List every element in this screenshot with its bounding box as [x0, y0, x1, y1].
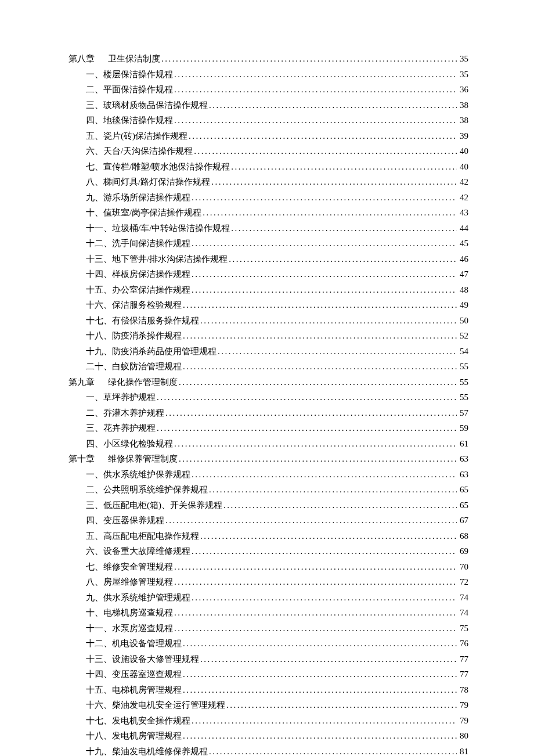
leader-dots [208, 482, 457, 498]
page-number: 81 [457, 744, 468, 757]
leader-dots [208, 98, 457, 113]
toc-sub-entry: 十六、柴油发电机安全运行管理规程79 [68, 697, 468, 713]
page-number: 55 [457, 359, 468, 375]
leader-dots [173, 113, 457, 128]
toc-sub-entry: 六、设备重大故障维修规程69 [68, 543, 468, 559]
toc-sub-entry: 四、变压器保养规程67 [68, 513, 468, 528]
page-number: 74 [457, 590, 468, 606]
toc-entry-text: 十七、有偿保洁服务操作规程 [86, 313, 199, 329]
toc-sub-entry: 十一、水泵房巡查规程75 [68, 621, 468, 636]
toc-entry-text: 十九、柴油发电机维修保养规程 [86, 744, 208, 757]
page-number: 44 [457, 221, 468, 236]
toc-entry-text: 十三、设施设备大修管理规程 [86, 651, 199, 667]
leader-dots [190, 713, 457, 729]
toc-sub-entry: 三、花卉养护规程59 [68, 420, 468, 436]
toc-sub-entry: 五、高压配电柜配电操作规程68 [68, 528, 468, 544]
page-number: 45 [457, 236, 468, 251]
toc-sub-entry: 一、草坪养护规程55 [68, 390, 468, 405]
toc-sub-entry: 三、玻璃材质物品保洁操作规程38 [68, 98, 468, 113]
toc-sub-entry: 十八、防疫消杀操作规程52 [68, 328, 468, 344]
toc-sub-entry: 八、梯间灯具/路灯保洁操作规程42 [68, 174, 468, 190]
toc-sub-entry: 二、乔灌木养护规程57 [68, 405, 468, 421]
toc-sub-entry: 十九、防疫消杀药品使用管理规程54 [68, 344, 468, 359]
toc-sub-entry: 七、宣传栏/雕塑/喷水池保洁操作规程40 [68, 159, 468, 175]
toc-entry-text: 一、草坪养护规程 [86, 390, 156, 405]
page-number: 47 [457, 267, 468, 282]
page-number: 65 [457, 498, 468, 513]
leader-dots [173, 436, 457, 452]
leader-dots [173, 559, 457, 575]
toc-entry-text: 十、电梯机房巡查规程 [86, 605, 173, 621]
toc-entry-text: 十五、办公室保洁操作规程 [86, 282, 190, 298]
leader-dots [199, 528, 457, 544]
toc-entry-text: 五、瓷片(砖)保洁操作规程 [86, 128, 187, 144]
toc-entry-text: 三、低压配电柜(箱)、开关保养规程 [86, 498, 222, 513]
toc-entry-text: 十三、地下管井/排水沟保洁操作规程 [86, 251, 228, 267]
page-number: 65 [457, 482, 468, 498]
page-number: 79 [457, 697, 468, 713]
page-number: 42 [457, 174, 468, 190]
toc-chapter-entry: 第九章绿化操作管理制度55 [68, 375, 468, 390]
leader-dots [164, 513, 457, 528]
leader-dots [156, 420, 457, 436]
toc-entry-text: 十六、柴油发电机安全运行管理规程 [86, 697, 225, 713]
leader-dots [173, 605, 457, 621]
toc-sub-entry: 八、房屋维修管理规程72 [68, 574, 468, 590]
toc-sub-entry: 十八、发电机房管理规程80 [68, 728, 468, 744]
toc-entry-text: 十四、变压器室巡查规程 [86, 667, 182, 682]
toc-entry-text: 二十、白蚁防治管理规程 [86, 359, 182, 375]
page-number: 72 [457, 574, 468, 590]
page-number: 80 [457, 728, 468, 744]
toc-sub-entry: 一、楼层保洁操作规程35 [68, 67, 468, 82]
leader-dots [164, 405, 457, 421]
leader-dots [173, 621, 457, 636]
page-number: 68 [457, 528, 468, 544]
page-number: 55 [457, 375, 468, 390]
toc-sub-entry: 十、值班室/岗亭保洁操作规程43 [68, 205, 468, 221]
page-number: 40 [457, 143, 468, 159]
leader-dots [160, 51, 457, 67]
page-number: 50 [457, 313, 468, 329]
leader-dots [173, 82, 457, 98]
leader-dots [182, 682, 457, 698]
page-number: 40 [457, 159, 468, 175]
chapter-label: 第十章 [68, 451, 103, 467]
toc-entry-text: 六、天台/天沟保洁操作规程 [86, 143, 193, 159]
page-number: 43 [457, 205, 468, 221]
toc-entry-text: 二、公共照明系统维护保养规程 [86, 482, 208, 498]
page-number: 77 [457, 667, 468, 682]
toc-entry-text: 十七、发电机安全操作规程 [86, 713, 190, 729]
page-number: 38 [457, 113, 468, 128]
toc-chapter-text: 第九章绿化操作管理制度 [68, 375, 178, 390]
toc-entry-text: 十九、防疫消杀药品使用管理规程 [86, 344, 217, 359]
leader-dots [182, 636, 457, 651]
toc-entry-text: 七、维修安全管理规程 [86, 559, 173, 575]
toc-sub-entry: 十二、洗手间保洁操作规程45 [68, 236, 468, 251]
page-number: 55 [457, 390, 468, 405]
toc-entry-text: 十、值班室/岗亭保洁操作规程 [86, 205, 201, 221]
leader-dots [201, 205, 457, 221]
toc-sub-entry: 四、地毯保洁操作规程38 [68, 113, 468, 128]
toc-entry-text: 二、平面保洁操作规程 [86, 82, 173, 98]
leader-dots [190, 467, 457, 483]
leader-dots [208, 744, 457, 757]
toc-sub-entry: 十五、办公室保洁操作规程48 [68, 282, 468, 298]
toc-entry-text: 十四、样板房保洁操作规程 [86, 267, 190, 282]
page-number: 35 [457, 51, 468, 67]
toc-entry-text: 十二、机电设备管理规程 [86, 636, 182, 651]
toc-entry-text: 四、小区绿化检验规程 [86, 436, 173, 452]
toc-entry-text: 十一、垃圾桶/车/中转站保洁操作规程 [86, 221, 230, 236]
toc-sub-entry: 十七、发电机安全操作规程79 [68, 713, 468, 729]
toc-sub-entry: 九、游乐场所保洁操作规程42 [68, 190, 468, 206]
leader-dots [173, 574, 457, 590]
toc-entry-text: 十二、洗手间保洁操作规程 [86, 236, 190, 251]
leader-dots [190, 190, 457, 206]
page-number: 59 [457, 420, 468, 436]
page-number: 39 [457, 128, 468, 144]
leader-dots [182, 728, 457, 744]
toc-entry-text: 八、梯间灯具/路灯保洁操作规程 [86, 174, 210, 190]
toc-entry-text: 十五、电梯机房管理规程 [86, 682, 182, 698]
toc-sub-entry: 二十、白蚁防治管理规程55 [68, 359, 468, 375]
toc-sub-entry: 十三、地下管井/排水沟保洁操作规程46 [68, 251, 468, 267]
leader-dots [199, 651, 457, 667]
